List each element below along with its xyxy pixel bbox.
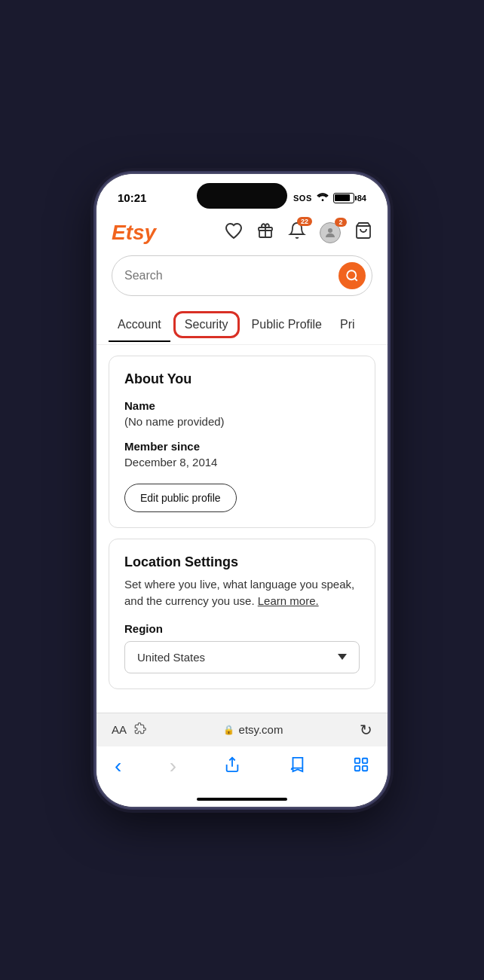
svg-rect-9	[355, 765, 360, 770]
tab-public-profile[interactable]: Public Profile	[243, 307, 331, 342]
home-indicator-bar	[96, 793, 388, 807]
app-header: Etsy	[96, 215, 388, 251]
search-bar-container	[96, 251, 388, 305]
search-input[interactable]	[124, 269, 332, 282]
tab-security-wrap: Security	[170, 305, 243, 344]
about-you-card: About You Name (No name provided) Member…	[109, 356, 375, 528]
toolbar-left: AA	[112, 722, 146, 737]
tabs-button[interactable]	[353, 756, 369, 776]
about-you-title: About You	[124, 371, 360, 387]
location-title: Location Settings	[124, 554, 360, 570]
share-button[interactable]	[224, 756, 240, 776]
svg-point-2	[328, 228, 332, 233]
member-since-label: Member since	[124, 440, 360, 453]
browser-navigation: ‹ ›	[96, 746, 388, 793]
member-since-value: December 8, 2014	[124, 456, 360, 469]
status-icons: SOS 84	[293, 192, 366, 203]
location-description: Set where you live, what language you sp…	[124, 576, 360, 610]
location-settings-card: Location Settings Set where you live, wh…	[109, 539, 375, 689]
text-size-button[interactable]: AA	[112, 723, 127, 736]
back-button[interactable]: ‹	[115, 754, 121, 778]
tab-security[interactable]: Security	[173, 311, 240, 338]
url-bar[interactable]: 🔒 etsy.com	[223, 723, 283, 736]
battery-indicator: 84	[333, 193, 366, 203]
etsy-logo: Etsy	[112, 221, 156, 245]
notifications-badge: 22	[297, 217, 312, 226]
tab-pri[interactable]: Pri	[331, 307, 364, 342]
region-select[interactable]: United States	[124, 641, 360, 673]
wifi-icon	[317, 192, 329, 203]
notifications-button[interactable]: 22	[288, 221, 306, 244]
reload-button[interactable]: ↻	[360, 721, 372, 739]
svg-rect-7	[355, 758, 360, 762]
home-indicator	[197, 798, 287, 801]
status-time: 10:21	[118, 191, 146, 204]
lock-icon: 🔒	[223, 725, 234, 735]
sos-indicator: SOS	[293, 194, 312, 203]
learn-more-link[interactable]: Learn more.	[258, 594, 319, 607]
search-button[interactable]	[338, 262, 366, 289]
svg-rect-10	[363, 765, 367, 770]
avatar-button[interactable]: 2	[320, 222, 341, 243]
search-bar[interactable]	[112, 255, 372, 296]
main-content: Etsy	[96, 215, 388, 713]
extensions-button[interactable]	[134, 722, 146, 737]
bookmarks-button[interactable]	[289, 756, 305, 776]
region-label: Region	[124, 622, 360, 635]
battery-level: 84	[357, 194, 366, 203]
edit-public-profile-button[interactable]: Edit public profile	[124, 484, 237, 512]
cart-button[interactable]	[354, 221, 372, 244]
url-text: etsy.com	[239, 723, 283, 736]
dynamic-island	[197, 183, 287, 209]
avatar-badge: 2	[335, 218, 347, 227]
wishlist-button[interactable]	[225, 222, 243, 243]
forward-button[interactable]: ›	[170, 754, 176, 778]
name-value: (No name provided)	[124, 415, 360, 428]
name-label: Name	[124, 399, 360, 412]
header-icons: 22 2	[225, 221, 372, 244]
navigation-tabs: Account Security Public Profile Pri	[96, 305, 388, 345]
svg-line-5	[354, 278, 357, 280]
svg-rect-8	[363, 758, 367, 762]
gift-button[interactable]	[256, 221, 274, 244]
tab-account[interactable]: Account	[109, 307, 170, 342]
svg-point-4	[347, 270, 356, 279]
browser-toolbar: AA 🔒 etsy.com ↻	[96, 713, 388, 746]
